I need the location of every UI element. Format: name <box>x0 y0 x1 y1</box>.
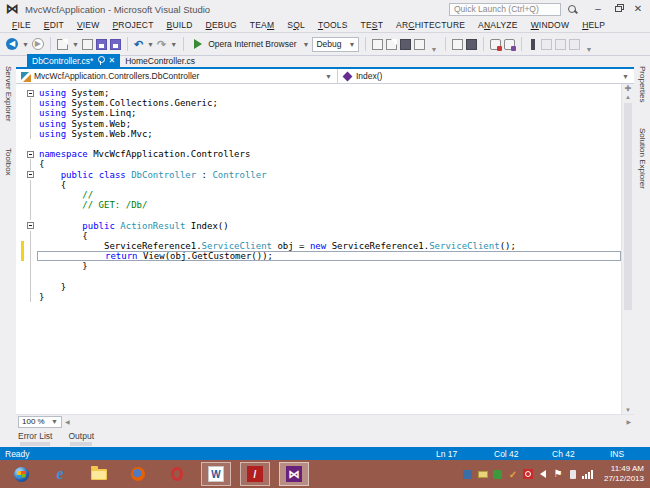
scroll-right-icon[interactable]: ▶ <box>626 418 631 425</box>
navigate-to-icon[interactable] <box>386 39 397 50</box>
navigate-back-dropdown-icon[interactable]: ▼ <box>22 41 29 48</box>
code-line-text[interactable] <box>37 210 621 220</box>
redo-dropdown-icon[interactable]: ▼ <box>170 41 177 48</box>
code-line[interactable]: } <box>16 282 621 292</box>
new-work-item-icon[interactable] <box>490 39 501 50</box>
code-line[interactable]: public ActionResult Index() <box>16 220 621 230</box>
zoom-level-combo[interactable]: 100 % ▼ <box>18 416 62 428</box>
menu-sql[interactable]: SQL <box>281 20 311 30</box>
menu-test[interactable]: TEST <box>355 20 390 30</box>
code-line-text[interactable]: using System.Linq; <box>37 108 621 118</box>
pin-icon[interactable] <box>97 56 104 65</box>
new-file-icon[interactable] <box>57 39 68 50</box>
menu-edit[interactable]: EDIT <box>38 20 70 30</box>
close-tab-icon[interactable]: ✕ <box>108 56 115 65</box>
code-line[interactable]: { <box>16 180 621 190</box>
code-line-text[interactable]: { <box>37 180 621 190</box>
action-center-flag-icon[interactable]: ⚑ <box>553 469 563 479</box>
menu-file[interactable]: FILE <box>6 20 37 30</box>
code-line-text[interactable]: using System; <box>37 88 621 98</box>
code-line-text[interactable]: using System.Web; <box>37 119 621 129</box>
code-line[interactable]: using System.Web; <box>16 119 621 129</box>
outline-gutter[interactable] <box>24 220 37 230</box>
code-line-text[interactable]: } <box>37 261 621 271</box>
menu-tools[interactable]: TOOLS <box>312 20 354 30</box>
menu-window[interactable]: WINDOW <box>525 20 576 30</box>
vertical-scrollbar[interactable]: ✚ ▲ ▼ <box>621 84 634 414</box>
break-all-icon[interactable] <box>531 39 535 50</box>
code-area[interactable]: using System;using System.Collections.Ge… <box>16 84 621 414</box>
menu-build[interactable]: BUILD <box>161 20 199 30</box>
find-in-files-icon[interactable] <box>372 39 383 50</box>
outline-gutter[interactable] <box>24 149 37 159</box>
collapse-icon[interactable] <box>27 222 34 229</box>
minimize-button[interactable]: – <box>590 1 606 17</box>
firefox-button[interactable] <box>123 462 153 486</box>
package-manager-icon[interactable] <box>414 39 425 50</box>
error-list-tab[interactable]: Error List <box>18 431 52 444</box>
new-file-dropdown-icon[interactable]: ▼ <box>72 41 79 48</box>
outline-gutter[interactable] <box>24 170 37 180</box>
tray-green-app-icon[interactable] <box>493 469 503 479</box>
properties-tab[interactable]: Properties <box>638 60 647 108</box>
browser-target-label[interactable]: Opera Internet Browser <box>208 39 296 49</box>
code-line-text[interactable]: // <box>37 190 621 200</box>
menu-architecture[interactable]: ARCHITECTURE <box>390 20 471 30</box>
code-line-text[interactable]: } <box>37 292 621 302</box>
file-explorer-button[interactable] <box>84 462 114 486</box>
undo-dropdown-icon[interactable]: ▼ <box>147 41 154 48</box>
code-line-text[interactable]: using System.Web.Mvc; <box>37 129 621 139</box>
toolbar-overflow-icon[interactable]: ▼ <box>430 46 437 53</box>
code-line-text[interactable]: // GET: /Db/ <box>37 200 621 210</box>
code-line[interactable]: return View(obj.GetCustomer()); <box>16 251 621 261</box>
step-over-icon[interactable] <box>555 39 566 50</box>
menu-team[interactable]: TEAM <box>244 20 280 30</box>
clock[interactable]: 11:49 AM 27/12/2013 <box>604 464 644 484</box>
comment-icon[interactable] <box>504 39 515 50</box>
power-icon[interactable] <box>568 469 578 479</box>
code-line[interactable]: using System.Collections.Generic; <box>16 98 621 108</box>
undo-icon[interactable]: ↶ <box>134 39 143 50</box>
code-line[interactable]: { <box>16 159 621 169</box>
collapse-icon[interactable] <box>27 151 34 158</box>
scroll-left-icon[interactable]: ◀ <box>65 418 70 425</box>
type-dropdown[interactable]: MvcWcfApplication.Controllers.DbControll… <box>16 69 338 83</box>
scroll-down-icon[interactable]: ▼ <box>625 406 631 414</box>
code-line[interactable]: using System; <box>16 88 621 98</box>
member-dropdown[interactable]: Index() ▼ <box>338 69 634 83</box>
search-icon[interactable] <box>567 4 578 15</box>
restore-button[interactable] <box>610 1 626 17</box>
tab-dbcontroller[interactable]: DbController.cs* ✕ <box>27 54 120 67</box>
code-line-text[interactable] <box>37 139 621 149</box>
browser-target-dropdown-icon[interactable]: ▼ <box>303 41 310 48</box>
close-button[interactable]: ✕ <box>630 1 646 17</box>
navigate-back-icon[interactable]: ◀ <box>6 38 18 50</box>
code-line[interactable]: // <box>16 190 621 200</box>
save-icon[interactable] <box>96 39 107 50</box>
code-line[interactable] <box>16 271 621 281</box>
code-line-text[interactable]: } <box>37 282 621 292</box>
code-line[interactable]: { <box>16 231 621 241</box>
opera-button[interactable] <box>162 462 192 486</box>
splitter-handle-icon[interactable]: ✚ <box>625 84 632 93</box>
navigate-forward-icon[interactable]: ▶ <box>32 38 44 50</box>
network-signal-icon[interactable] <box>583 469 593 479</box>
code-line-text[interactable]: public class DbController : Controller <box>37 170 621 180</box>
code-line-text[interactable] <box>37 271 621 281</box>
menu-project[interactable]: PROJECT <box>106 20 159 30</box>
save-all-icon[interactable] <box>110 39 121 50</box>
horizontal-scrollbar[interactable]: ◀ ▶ <box>62 418 634 425</box>
redo-icon[interactable]: ↷ <box>157 39 166 50</box>
server-explorer-tab[interactable]: Server Explorer <box>4 60 13 128</box>
code-line[interactable]: using System.Web.Mvc; <box>16 129 621 139</box>
quick-launch-input[interactable]: Quick Launch (Ctrl+Q) <box>449 3 561 16</box>
menu-view[interactable]: VIEW <box>71 20 106 30</box>
outline-gutter[interactable] <box>24 88 37 98</box>
current-code-line-text[interactable]: return View(obj.GetCustomer()); <box>37 251 621 261</box>
scrollbar-track[interactable] <box>622 101 634 406</box>
tab-homecontroller[interactable]: HomeController.cs <box>120 54 200 67</box>
code-line[interactable]: using System.Linq; <box>16 108 621 118</box>
code-line[interactable]: namespace MvcWcfApplication.Controllers <box>16 149 621 159</box>
scrollbar-thumb[interactable] <box>624 103 632 310</box>
attach-process-icon[interactable] <box>452 39 463 50</box>
